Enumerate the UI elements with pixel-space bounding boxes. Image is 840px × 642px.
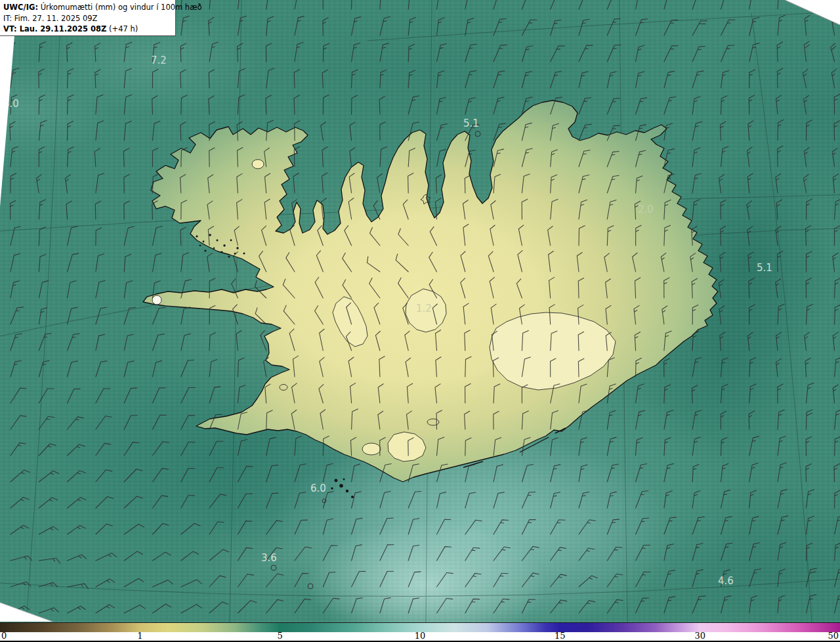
colorbar-tick-50: 50 [828,631,839,641]
colorbar-ticks: 01510153050 [0,631,840,641]
extremum-marker [271,565,276,570]
colorbar-tick-0: 0 [1,631,7,641]
colorbar-tick-15: 15 [555,631,566,641]
init-time: IT: Fim. 27. 11. 2025 09Z [3,13,172,24]
extremum-value-label: 1.2 [416,303,432,314]
weather-map-screenshot: 8.07.25.15.12.01.26.03.64.6 UWC/IG: Úrko… [0,0,840,642]
extremum-value-label: 6.0 [310,482,326,494]
extremum-value-label: 2.0 [638,203,654,215]
colorbar-tick-30: 30 [694,631,705,641]
product-description: Úrkomumætti (mm) og vindur í 100m hæð [38,3,202,12]
extremum-marker [322,499,326,503]
valid-time-main: VT: Lau. 29.11.2025 08Z [3,24,106,33]
extremum-value-label: 3.6 [261,552,277,564]
extremum-value-label: 4.6 [718,575,734,587]
snaefellsjokull [152,295,161,305]
drangajokull [252,160,264,169]
title-line-product: UWC/IG: Úrkomumætti (mm) og vindur í 100… [3,2,172,13]
extremum-value-label: 7.2 [151,54,167,66]
valid-time-offset: (+47 h) [106,24,138,33]
eyjafjallajokull [362,443,381,455]
title-box: UWC/IG: Úrkomumætti (mm) og vindur í 100… [0,0,176,36]
valid-time: VT: Lau. 29.11.2025 08Z (+47 h) [3,24,172,35]
vestmannaeyjar-islands [331,479,354,499]
product-code: UWC/IG: [3,3,38,12]
extremum-value-label: 5.1 [463,118,479,129]
extremum-marker [475,131,480,137]
colorbar-tick-1: 1 [137,631,142,641]
extremum-marker [308,584,313,589]
extremum-value-label: 5.1 [757,262,772,274]
map-overlay: 8.07.25.15.12.01.26.03.64.6 [0,0,840,622]
colorbar-tick-10: 10 [415,631,426,641]
colorbar: 01510153050 [0,622,840,642]
colorbar-tick-5: 5 [278,631,283,641]
